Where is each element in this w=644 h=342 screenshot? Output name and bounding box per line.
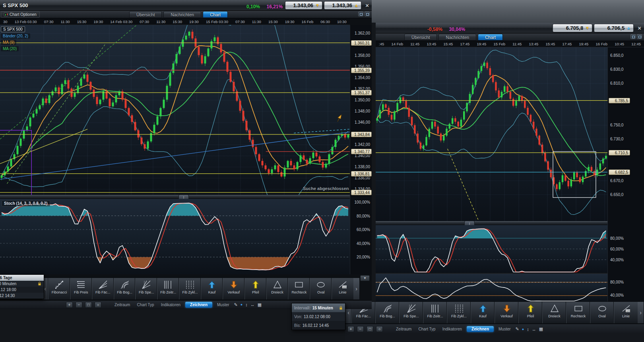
legend-item[interactable]: Bänder (20, 2) xyxy=(1,33,30,39)
tool-linie[interactable]: 1234Linie xyxy=(614,302,638,323)
right-price-chart[interactable] xyxy=(376,47,607,221)
right-tab-chart[interactable]: Chart xyxy=(478,34,503,41)
tool-fibzeit[interactable]: Fib Zeitr... xyxy=(157,278,179,299)
popup-row-von[interactable]: Von:10.02.12 18:00 xyxy=(0,287,44,293)
popup-row-bis[interactable]: Bis:16.02.12 14:45 xyxy=(292,321,345,330)
popup-row-zeitraum[interactable]: Zeitraum:6 Tage xyxy=(0,275,44,281)
right-oscillator-panel[interactable] xyxy=(376,274,607,301)
close-icon[interactable]: × xyxy=(638,25,641,31)
tool-oval[interactable]: Oval xyxy=(310,278,332,299)
sell-price-button[interactable]: 1.343,06 ▼ xyxy=(285,1,322,10)
zoom-box-icon[interactable]: □ xyxy=(367,326,373,332)
tool-pfeil[interactable]: Pfeil xyxy=(244,278,266,299)
tool-dreieck[interactable]: Dreieck xyxy=(542,302,566,323)
pen-icon[interactable]: ✎ xyxy=(234,302,238,307)
bottom-tab-zeichnen[interactable]: Zeichnen xyxy=(467,326,494,332)
split-icon[interactable]: ↕ xyxy=(245,302,248,307)
pen-icon[interactable]: ✎ xyxy=(516,326,519,332)
record-dot-icon[interactable]: ● xyxy=(241,303,242,307)
interval-settings-popup: Zeitraum:6 TageIntervall:30 MinutenVon:1… xyxy=(0,274,44,299)
bottom-tab-indikatoren[interactable]: Indikatoren xyxy=(159,303,182,307)
popup-row-bis[interactable]: Bis:16.02.12 14:30 xyxy=(0,293,44,299)
tool-rechteck[interactable]: Rechteck xyxy=(566,302,590,323)
zoom-reset-icon[interactable]: ○ xyxy=(95,302,101,308)
tool-fibfaecher[interactable]: Fib Fäc... xyxy=(92,278,114,299)
buy-price: 6.706,5 xyxy=(607,25,625,31)
zoom-in-icon[interactable]: + xyxy=(347,326,354,332)
right-tab--bersicht[interactable]: Übersicht xyxy=(404,34,437,41)
sell-price-button[interactable]: 6.705,8 ▼ xyxy=(553,24,592,32)
legend-item[interactable]: S SPX 500 xyxy=(1,26,25,32)
right-stoch-panel[interactable] xyxy=(376,225,607,273)
status-message: Suche abgeschlossen xyxy=(303,186,349,191)
tool-oval[interactable]: Oval xyxy=(590,302,614,323)
left-tab-chart[interactable]: Chart xyxy=(203,11,228,18)
right-window-titlebar[interactable]: -0,58% 30,04% 6.705,8 ▼ 6.706,5 ▲ × xyxy=(376,23,644,33)
tool-fibzeit[interactable]: Fib Zeitr... xyxy=(423,302,447,323)
tool-linie[interactable]: 1234Linie xyxy=(332,278,353,299)
toolbar-scroll-right-icon[interactable]: › xyxy=(353,278,359,299)
legend-item[interactable]: MA (20) xyxy=(1,46,19,51)
left-tab--bersicht[interactable]: Übersicht xyxy=(129,11,162,18)
grid-icon[interactable]: ▦ xyxy=(258,302,262,307)
zoom-out-icon[interactable]: − xyxy=(76,302,82,308)
bottom-tab-zeichnen[interactable]: Zeichnen xyxy=(185,302,212,308)
tool-kauf[interactable]: Kauf xyxy=(471,302,495,323)
stoch-indicator-label[interactable]: Stoch (14, 3, 3, 0.8, 0.2) xyxy=(2,200,50,206)
split-icon[interactable]: ↕ xyxy=(527,327,529,332)
tool-fibbogen[interactable]: Fib Bog... xyxy=(114,278,136,299)
tool-dreieck[interactable]: Dreieck xyxy=(266,278,288,299)
tool-fibonacci[interactable]: Fibonacci xyxy=(48,278,70,299)
tool-label: Fib Preis xyxy=(74,290,88,294)
chart-options-button[interactable]: Chart Optionen xyxy=(1,11,40,17)
minimize-icon[interactable] xyxy=(630,34,636,39)
left-tab-nachrichten[interactable]: Nachrichten xyxy=(163,11,201,18)
bottom-tab-zeitraum[interactable]: Zeitraum xyxy=(394,327,413,331)
bottom-tab-muster[interactable]: Muster xyxy=(215,303,231,307)
pfeil-icon xyxy=(526,303,536,314)
popup-row-von[interactable]: Von:13.02.12 08:00 xyxy=(292,312,345,321)
right-tab-nachrichten[interactable]: Nachrichten xyxy=(438,34,476,41)
swap-icon[interactable]: ↔ xyxy=(532,327,536,332)
left-window-titlebar[interactable]: S SPX 500 0,10% 16,21% 1.343,06 ▼ 1.343,… xyxy=(0,0,372,11)
restore-icon[interactable] xyxy=(365,12,370,16)
bottom-tab-indikatoren[interactable]: Indikatoren xyxy=(440,327,464,331)
tool-fibspe[interactable]: Fib Spe... xyxy=(399,302,423,323)
toolbar-scroll-right-icon[interactable]: › xyxy=(638,302,644,323)
left-panel-divider[interactable]: ↕ xyxy=(0,195,350,199)
popup-row-intervall[interactable]: Intervall:30 Minuten xyxy=(0,281,44,287)
left-price-chart[interactable] xyxy=(0,25,350,195)
tool-fibbogen[interactable]: Fib Bog... xyxy=(375,302,399,323)
bottom-tab-muster[interactable]: Muster xyxy=(497,327,513,331)
tool-verkauf[interactable]: Verkauf xyxy=(223,278,244,299)
legend-item[interactable]: MA (9) xyxy=(1,40,16,45)
tool-pfeil[interactable]: Pfeil xyxy=(518,302,542,323)
tool-label: Fib Fäc... xyxy=(95,290,111,294)
popup-row-intervall[interactable]: Intervall:15 Minuten xyxy=(292,303,345,312)
tool-fibpreis[interactable]: Fib Preis xyxy=(70,278,92,299)
buy-price-button[interactable]: 6.706,5 ▲ xyxy=(594,24,634,32)
zoom-in-icon[interactable]: + xyxy=(66,302,73,308)
tool-fibspe[interactable]: Fib Spe... xyxy=(135,278,157,299)
tool-rechteck[interactable]: Rechteck xyxy=(288,278,310,299)
tool-fibzykl[interactable]: Fib Zykl... xyxy=(179,278,201,299)
bottom-tab-chart-typ[interactable]: Chart Typ xyxy=(135,303,156,307)
zoom-reset-icon[interactable]: ○ xyxy=(376,326,383,332)
scroll-down-button[interactable]: ▼ xyxy=(360,275,370,281)
zoom-out-icon[interactable]: − xyxy=(357,326,364,332)
left-stoch-panel[interactable] xyxy=(0,199,350,274)
grid-icon[interactable]: ▦ xyxy=(539,326,543,332)
tool-kauf[interactable]: Kauf xyxy=(201,278,223,299)
restore-icon[interactable] xyxy=(637,34,642,39)
record-dot-icon[interactable]: ● xyxy=(522,327,524,331)
zoom-box-icon[interactable]: □ xyxy=(85,302,92,308)
buy-price-button[interactable]: 1.343,36 ▲ xyxy=(324,1,361,10)
right-panel-divider[interactable]: ↕ xyxy=(376,221,607,225)
minimize-icon[interactable] xyxy=(358,12,363,16)
tool-fibzykl[interactable]: Fib Zykl... xyxy=(447,302,471,323)
close-icon[interactable]: × xyxy=(365,2,369,9)
bottom-tab-chart-typ[interactable]: Chart Typ xyxy=(416,327,437,331)
bottom-tab-zeitraum[interactable]: Zeitraum xyxy=(113,303,132,307)
tool-verkauf[interactable]: Verkauf xyxy=(495,302,518,323)
swap-icon[interactable]: ↔ xyxy=(250,302,255,307)
